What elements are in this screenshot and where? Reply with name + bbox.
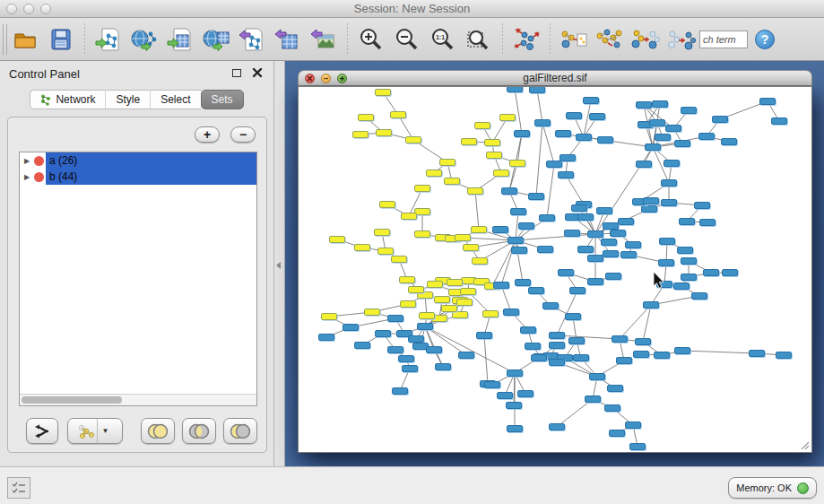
import-table-icon <box>167 27 194 52</box>
control-panel: Control Panel Network St <box>0 61 274 466</box>
zoom-in-icon <box>359 27 384 52</box>
tab-label: Style <box>116 93 140 106</box>
memory-label: Memory: OK <box>736 482 792 493</box>
float-panel-icon[interactable] <box>232 69 241 77</box>
folder-icon <box>13 27 38 52</box>
export-network-icon <box>239 27 265 52</box>
save-session-button[interactable] <box>46 24 76 55</box>
sets-list[interactable]: ▶ a (26) ▶ b (44) <box>19 152 257 406</box>
set-color-dot-icon <box>34 156 44 166</box>
show-all-icon <box>667 27 696 52</box>
open-session-button[interactable] <box>10 24 40 55</box>
toolbar-separator <box>550 23 551 56</box>
select-first-neighbors-button[interactable] <box>594 24 625 55</box>
tab-select[interactable]: Select <box>150 90 200 109</box>
venn-intersection-icon <box>187 423 211 439</box>
control-panel-tabbar: Network Style Select Sets <box>0 90 273 109</box>
dropdown-arrow-icon[interactable]: ▼ <box>97 419 113 443</box>
list-item-set-a[interactable]: ▶ a (26) <box>20 152 256 169</box>
layout-icon <box>513 27 540 52</box>
search-input[interactable] <box>699 30 748 48</box>
toolbar: 1:1 <box>0 18 824 61</box>
hide-selected-button[interactable] <box>630 24 661 55</box>
main-titlebar[interactable]: Session: New Session <box>0 0 824 18</box>
export-image-button[interactable] <box>308 24 339 55</box>
network-frame-title: galFiltered.sif <box>299 72 811 84</box>
zoom-actual-size-button[interactable]: 1:1 <box>428 24 458 55</box>
import-table-url-button[interactable] <box>201 24 231 55</box>
tab-label: Network <box>56 93 95 106</box>
hide-selected-icon <box>631 27 660 52</box>
zoom-out-icon <box>395 27 420 52</box>
panel-splitter[interactable] <box>274 61 285 466</box>
toolbar-separator <box>502 23 503 56</box>
help-button[interactable]: ? <box>755 30 775 49</box>
tab-label: Select <box>160 93 190 106</box>
export-image-icon <box>310 27 337 52</box>
zoom-out-button[interactable] <box>392 24 422 55</box>
export-table-icon <box>274 27 301 52</box>
task-checklist-icon <box>12 482 26 494</box>
create-set-from-network-button[interactable]: ▼ <box>67 418 123 444</box>
set-label: b (44) <box>46 169 256 185</box>
svg-text:1:1: 1:1 <box>436 34 445 40</box>
apply-layout-button[interactable] <box>511 24 542 55</box>
control-panel-header: Control Panel <box>0 61 273 86</box>
network-graph[interactable] <box>299 87 811 452</box>
remove-set-button[interactable]: − <box>230 126 256 143</box>
network-frame-titlebar[interactable]: galFiltered.sif <box>298 70 812 86</box>
close-panel-icon[interactable] <box>252 67 263 78</box>
memory-ok-dot-icon <box>797 482 809 494</box>
import-network-globe-icon <box>131 27 158 52</box>
control-panel-title: Control Panel <box>9 67 80 81</box>
zoom-fit-selected-button[interactable] <box>464 24 494 55</box>
export-network-button[interactable] <box>237 24 267 55</box>
memory-status-badge[interactable]: Memory: OK <box>728 477 817 499</box>
zoom-in-button[interactable] <box>356 24 386 55</box>
new-network-from-selection-button[interactable] <box>559 24 589 55</box>
horizontal-scrollbar[interactable] <box>20 394 256 405</box>
window-title: Session: New Session <box>0 2 824 15</box>
resize-grip-icon[interactable] <box>799 439 810 450</box>
venn-union-icon <box>146 423 169 439</box>
split-set-button[interactable] <box>26 418 58 444</box>
help-question-icon: ? <box>761 32 769 47</box>
intersect-sets-button[interactable] <box>182 418 216 444</box>
tab-sets[interactable]: Sets <box>201 90 244 109</box>
venn-difference-icon <box>229 423 252 439</box>
toolbar-separator <box>347 23 348 56</box>
set-color-dot-icon <box>34 172 44 182</box>
status-bar: Memory: OK <box>0 466 824 504</box>
show-all-button[interactable] <box>666 24 697 55</box>
sets-panel: + − ▶ a (26) ▶ b (44) <box>7 117 267 453</box>
tab-label: Sets <box>212 93 233 106</box>
scrollbar-thumb[interactable] <box>22 396 122 404</box>
split-icon <box>33 423 51 439</box>
add-set-button[interactable]: + <box>195 126 220 143</box>
set-label: a (26) <box>46 152 256 169</box>
zoom-selection-icon <box>466 27 491 52</box>
network-canvas[interactable] <box>298 86 812 453</box>
collapse-panel-icon[interactable] <box>276 262 281 269</box>
network-tab-icon <box>40 94 51 106</box>
export-table-button[interactable] <box>273 24 303 55</box>
tab-style[interactable]: Style <box>105 90 150 109</box>
sets-toolbar: ▼ <box>8 418 266 445</box>
toolbar-separator <box>84 23 85 56</box>
cytoscape-window: Session: New Session <box>0 0 824 504</box>
zoom-one-to-one-icon: 1:1 <box>430 27 455 52</box>
import-network-url-button[interactable] <box>129 24 160 55</box>
tab-network[interactable]: Network <box>30 90 105 109</box>
disclosure-triangle-icon[interactable]: ▶ <box>20 173 34 181</box>
import-table-file-button[interactable] <box>165 24 195 55</box>
network-from-selection-icon <box>559 27 588 52</box>
import-network-file-button[interactable] <box>93 24 124 55</box>
toolbar-grip[interactable] <box>3 24 7 55</box>
disclosure-triangle-icon[interactable]: ▶ <box>20 157 34 165</box>
import-table-globe-icon <box>203 27 230 52</box>
difference-sets-button[interactable] <box>223 418 257 444</box>
union-sets-button[interactable] <box>141 418 175 444</box>
floppy-icon <box>49 28 73 51</box>
list-item-set-b[interactable]: ▶ b (44) <box>20 169 256 185</box>
task-history-button[interactable] <box>7 477 30 499</box>
